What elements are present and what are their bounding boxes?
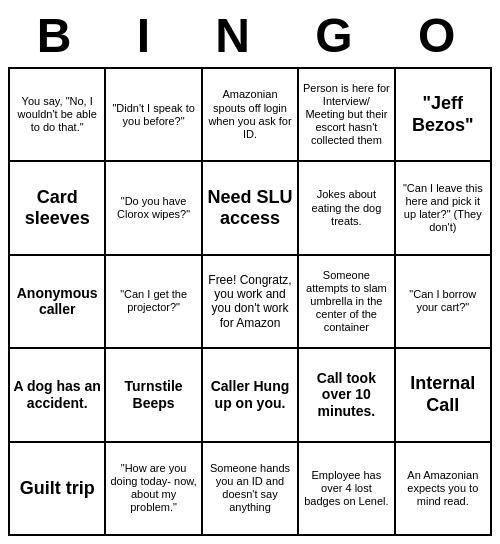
bingo-cell-1: "Didn't I speak to you before?" bbox=[106, 69, 202, 162]
title-b: B bbox=[37, 8, 80, 63]
bingo-cell-11: "Can I get the projector?" bbox=[106, 256, 202, 349]
bingo-cell-0: You say, "No, I wouldn't be able to do t… bbox=[10, 69, 106, 162]
title-i: I bbox=[137, 8, 158, 63]
bingo-cell-18: Call took over 10 minutes. bbox=[299, 349, 395, 442]
bingo-cell-22: Someone hands you an ID and doesn't say … bbox=[203, 443, 299, 536]
bingo-cell-17: Caller Hung up on you. bbox=[203, 349, 299, 442]
bingo-cell-5: Card sleeves bbox=[10, 162, 106, 255]
bingo-cell-16: Turnstile Beeps bbox=[106, 349, 202, 442]
bingo-cell-19: Internal Call bbox=[396, 349, 492, 442]
bingo-cell-12: Free! Congratz, you work and you don't w… bbox=[203, 256, 299, 349]
bingo-title: B I N G O bbox=[8, 8, 492, 63]
bingo-cell-24: An Amazonian expects you to mind read. bbox=[396, 443, 492, 536]
bingo-grid: You say, "No, I wouldn't be able to do t… bbox=[8, 67, 492, 536]
bingo-cell-14: "Can I borrow your cart?" bbox=[396, 256, 492, 349]
bingo-cell-23: Employee has over 4 lost badges on Lenel… bbox=[299, 443, 395, 536]
title-g: G bbox=[315, 8, 360, 63]
bingo-cell-21: "How are you doing today- now, about my … bbox=[106, 443, 202, 536]
bingo-cell-9: "Can I leave this here and pick it up la… bbox=[396, 162, 492, 255]
bingo-cell-7: Need SLU access bbox=[203, 162, 299, 255]
bingo-cell-20: Guilt trip bbox=[10, 443, 106, 536]
bingo-cell-2: Amazonian spouts off login when you ask … bbox=[203, 69, 299, 162]
bingo-cell-15: A dog has an accident. bbox=[10, 349, 106, 442]
title-n: N bbox=[215, 8, 258, 63]
title-o: O bbox=[418, 8, 463, 63]
bingo-cell-3: Person is here for Interview/ Meeting bu… bbox=[299, 69, 395, 162]
bingo-cell-13: Someone attempts to slam umbrella in the… bbox=[299, 256, 395, 349]
bingo-cell-8: Jokes about eating the dog treats. bbox=[299, 162, 395, 255]
bingo-cell-10: Anonymous caller bbox=[10, 256, 106, 349]
bingo-cell-4: "Jeff Bezos" bbox=[396, 69, 492, 162]
bingo-cell-6: "Do you have Clorox wipes?" bbox=[106, 162, 202, 255]
